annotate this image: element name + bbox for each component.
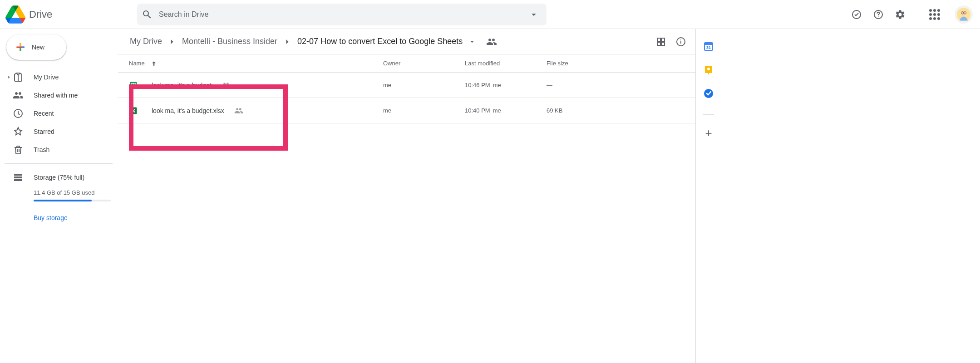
- storage-bar-fill: [34, 200, 92, 201]
- brand[interactable]: Drive: [5, 5, 137, 24]
- storage-label: Storage (75% full): [34, 174, 84, 181]
- table-row[interactable]: look ma, it's a budget me 10:46 PMme —: [118, 73, 695, 98]
- breadcrumb-item-current[interactable]: 02-07 How to convert Excel to Google She…: [295, 35, 465, 48]
- file-owner: me: [383, 107, 465, 114]
- sheets-file-icon: [129, 81, 138, 90]
- file-size: 69 KB: [547, 107, 601, 114]
- file-name: look ma, it's a budget.xlsx: [152, 107, 224, 114]
- side-rail: 31 +: [696, 29, 721, 363]
- sort-arrow-up-icon: [150, 60, 158, 67]
- star-icon: [13, 126, 24, 137]
- chevron-right-icon: [167, 37, 177, 46]
- blank-area: [721, 29, 980, 363]
- header-actions: [847, 5, 973, 24]
- svg-rect-9: [14, 177, 22, 178]
- storage-icon: [13, 172, 24, 183]
- keep-icon[interactable]: [703, 64, 714, 75]
- sidebar-label: Trash: [34, 146, 49, 153]
- svg-rect-28: [708, 73, 709, 74]
- storage-usage: 11.4 GB of 15 GB used: [34, 189, 118, 196]
- svg-rect-11: [657, 38, 660, 41]
- breadcrumb-item[interactable]: Montelli - Business Insider: [179, 35, 280, 48]
- svg-rect-12: [661, 38, 665, 41]
- new-button[interactable]: New: [6, 34, 66, 60]
- file-modified-by: me: [493, 82, 501, 88]
- sidebar-item-my-drive[interactable]: My Drive: [5, 68, 113, 86]
- caret-right-icon: [6, 75, 12, 79]
- col-header-modified[interactable]: Last modified: [465, 60, 547, 67]
- shared-icon: [13, 90, 24, 101]
- info-icon[interactable]: [675, 36, 686, 47]
- file-modified: 10:40 PM: [465, 107, 490, 114]
- table-header: Name Owner Last modified File size: [118, 54, 695, 73]
- sidebar-item-trash[interactable]: Trash: [5, 141, 113, 159]
- sidebar-label: Recent: [34, 110, 54, 117]
- table-row[interactable]: look ma, it's a budget.xlsx me 10:40 PMm…: [118, 98, 695, 123]
- search-bar[interactable]: [137, 4, 547, 25]
- search-options-icon[interactable]: [528, 9, 539, 20]
- search-icon[interactable]: [142, 9, 153, 20]
- sidebar-item-storage[interactable]: Storage (75% full): [13, 168, 118, 186]
- chevron-right-icon: [283, 37, 292, 46]
- my-drive-icon: [13, 72, 24, 83]
- buy-storage-link[interactable]: Buy storage: [34, 214, 118, 221]
- sidebar-label: Shared with me: [34, 92, 78, 99]
- help-icon[interactable]: [869, 5, 887, 24]
- svg-rect-14: [661, 42, 665, 45]
- new-button-label: New: [32, 44, 44, 51]
- breadcrumb: My Drive Montelli - Business Insider 02-…: [118, 29, 695, 54]
- breadcrumb-item[interactable]: My Drive: [127, 35, 165, 48]
- col-header-size[interactable]: File size: [547, 60, 601, 67]
- sidebar: New My Drive Shared with me Recent Starr…: [0, 29, 118, 363]
- search-input[interactable]: [159, 10, 528, 19]
- svg-rect-8: [14, 174, 22, 176]
- sidebar-separator: [5, 163, 113, 164]
- drive-logo-icon: [5, 5, 25, 24]
- excel-file-icon: [129, 106, 138, 115]
- apps-icon[interactable]: [926, 5, 944, 24]
- brand-name: Drive: [29, 9, 52, 20]
- svg-point-27: [707, 68, 710, 70]
- folder-share-icon[interactable]: [486, 36, 497, 47]
- trash-icon: [13, 144, 24, 155]
- storage-bar: [34, 200, 111, 201]
- avatar[interactable]: [955, 5, 973, 24]
- tasks-icon[interactable]: [703, 88, 714, 99]
- file-modified-by: me: [493, 107, 501, 114]
- svg-text:31: 31: [706, 45, 711, 50]
- rail-separator: [703, 114, 714, 115]
- shared-icon: [234, 106, 243, 115]
- col-header-owner[interactable]: Owner: [383, 60, 465, 67]
- svg-rect-10: [14, 179, 22, 181]
- svg-rect-24: [704, 43, 713, 45]
- file-owner: me: [383, 82, 465, 88]
- file-name: look ma, it's a budget: [152, 82, 212, 89]
- sidebar-item-shared[interactable]: Shared with me: [5, 86, 113, 104]
- svg-point-17: [680, 39, 681, 40]
- shared-icon: [222, 81, 231, 90]
- ready-offline-icon[interactable]: [847, 5, 866, 24]
- calendar-icon[interactable]: 31: [703, 41, 714, 52]
- breadcrumb-dropdown-icon[interactable]: [468, 38, 476, 46]
- sidebar-item-starred[interactable]: Starred: [5, 123, 113, 141]
- col-header-name[interactable]: Name: [129, 60, 383, 67]
- main: My Drive Montelli - Business Insider 02-…: [118, 29, 696, 363]
- recent-icon: [13, 108, 24, 119]
- file-size: —: [547, 82, 601, 88]
- sidebar-label: Starred: [34, 128, 54, 135]
- header: Drive: [0, 0, 980, 29]
- sidebar-item-recent[interactable]: Recent: [5, 104, 113, 123]
- grid-view-icon[interactable]: [655, 36, 666, 47]
- sidebar-label: My Drive: [34, 74, 59, 81]
- file-modified: 10:46 PM: [465, 82, 490, 88]
- svg-rect-13: [657, 42, 660, 45]
- svg-point-2: [878, 16, 879, 17]
- settings-icon[interactable]: [891, 5, 909, 24]
- addons-icon[interactable]: +: [703, 128, 714, 138]
